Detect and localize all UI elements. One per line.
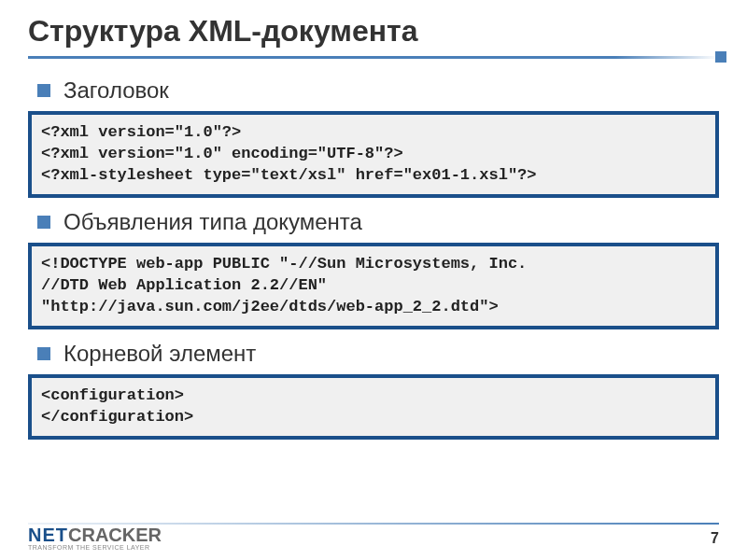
- page-number: 7: [711, 530, 719, 551]
- bullet-icon: [37, 84, 50, 97]
- logo: NETCRACKER TRANSFORM THE SERVICE LAYER: [28, 525, 162, 551]
- slide: Структура XML-документа Заголовок <?xml …: [0, 0, 747, 560]
- section-text: Заголовок: [63, 77, 169, 104]
- logo-part2: CRACKER: [68, 525, 162, 545]
- code-box-root: <configuration> </configuration>: [28, 374, 719, 440]
- logo-part1: NET: [28, 525, 68, 545]
- section-label-header: Заголовок: [37, 77, 719, 104]
- logo-text: NETCRACKER: [28, 525, 162, 546]
- bullet-icon: [37, 216, 50, 229]
- code-box-header: <?xml version="1.0"?> <?xml version="1.0…: [28, 111, 719, 198]
- section-text: Корневой элемент: [63, 341, 256, 367]
- slide-title: Структура XML-документа: [28, 14, 719, 49]
- title-rule: [28, 56, 719, 59]
- section-text: Объявления типа документа: [63, 209, 362, 235]
- bullet-icon: [37, 347, 50, 360]
- section-label-root: Корневой элемент: [37, 341, 719, 367]
- footer: NETCRACKER TRANSFORM THE SERVICE LAYER 7: [0, 513, 747, 551]
- section-label-doctype: Объявления типа документа: [37, 209, 719, 235]
- rule-dot-icon: [715, 51, 726, 63]
- code-box-doctype: <!DOCTYPE web-app PUBLIC "-//Sun Microsy…: [28, 243, 719, 329]
- logo-tagline: TRANSFORM THE SERVICE LAYER: [28, 544, 162, 551]
